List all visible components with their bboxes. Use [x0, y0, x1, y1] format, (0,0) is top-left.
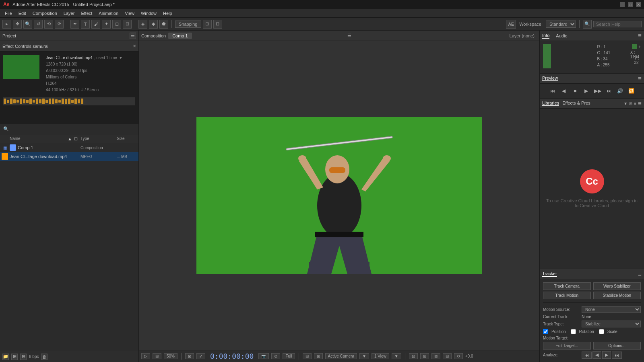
menu-animation[interactable]: Animation — [95, 10, 122, 16]
preview-last[interactable]: ⏭ — [605, 87, 613, 95]
analyze-next-end[interactable]: ⏭ — [612, 352, 622, 359]
options-button[interactable]: Options... — [593, 342, 641, 350]
track-motion-button[interactable]: Track Motion — [543, 292, 591, 299]
tab-libraries[interactable]: Libraries — [542, 101, 559, 106]
tracker-menu-icon[interactable]: ☰ — [638, 272, 642, 276]
vc-refresh[interactable]: ↺ — [454, 353, 463, 359]
vc-capture[interactable]: 📷 — [258, 353, 269, 359]
title-bar-controls[interactable]: — □ ✕ — [620, 2, 641, 7]
vc-snap2[interactable]: ⊟ — [443, 353, 452, 359]
libs-menu[interactable]: ☰ — [638, 101, 642, 106]
preview-first[interactable]: ⏮ — [549, 87, 557, 95]
menu-effect[interactable]: Effect — [78, 10, 95, 16]
dropdown-icon[interactable]: ▼ — [119, 55, 123, 61]
tool-shape[interactable]: ⬟ — [159, 20, 168, 29]
edit-target-button[interactable]: Edit Target... — [543, 342, 591, 350]
tool-move[interactable]: ✥ — [13, 20, 22, 29]
vc-views[interactable]: 1 View — [372, 353, 389, 359]
workspace-select[interactable]: Standard — [546, 21, 576, 28]
preview-audio[interactable]: 🔊 — [616, 87, 624, 95]
search-project-input[interactable] — [10, 127, 135, 132]
preview-loop[interactable]: 🔁 — [627, 87, 636, 95]
project-item-video[interactable]: Jean Cl...tage download.mp4 MPEG ... MB — [0, 152, 138, 161]
menu-view[interactable]: View — [122, 10, 138, 16]
tool-pin[interactable]: ◈ — [138, 20, 147, 29]
vc-draft[interactable]: ⊡ — [409, 353, 418, 359]
tool-snap-grid[interactable]: ⊞ — [203, 20, 212, 29]
tool-clone[interactable]: ✦ — [102, 20, 111, 29]
stabilize-motion-button[interactable]: Stabilize Motion — [593, 292, 641, 299]
tab-tracker[interactable]: Tracker — [542, 271, 557, 277]
tool-select[interactable]: ▸ — [2, 20, 11, 29]
vc-views-dropdown[interactable]: ▼ — [392, 353, 401, 359]
analyze-prev-end[interactable]: ⏮ — [582, 352, 592, 359]
tool-eraser[interactable]: ◻ — [112, 20, 121, 29]
trash-icon[interactable]: 🗑 — [41, 354, 47, 360]
tool-zoom[interactable]: 🔍 — [23, 20, 32, 29]
vc-camera[interactable]: Active Camera — [325, 353, 357, 359]
minimize-button[interactable]: — — [620, 2, 625, 7]
preview-prev-frame[interactable]: ◀ — [560, 87, 568, 95]
tool-brush[interactable]: 🖌 — [91, 20, 100, 29]
preview-play[interactable]: ▶ — [582, 87, 590, 95]
analyze-prev[interactable]: ◀ — [592, 351, 601, 359]
track-type-select[interactable]: Stabilize — [582, 321, 641, 327]
comp-menu-icon[interactable]: ☰ — [347, 33, 351, 38]
tab-info[interactable]: Info — [542, 33, 549, 39]
libs-list-view[interactable]: ≡ — [634, 101, 636, 106]
tool-undo[interactable]: ⟲ — [44, 20, 53, 29]
vc-zoom[interactable]: 50% — [164, 353, 178, 359]
maximize-button[interactable]: □ — [628, 2, 633, 7]
menu-help[interactable]: Help — [160, 10, 175, 16]
vc-motion-blur[interactable]: ⊙ — [271, 353, 280, 359]
vc-reset[interactable]: ▷ — [141, 353, 150, 359]
menu-file[interactable]: File — [2, 10, 15, 16]
motion-source-select[interactable]: None — [582, 306, 641, 313]
menu-edit[interactable]: Edit — [15, 10, 29, 16]
project-menu-icon[interactable]: ☰ — [130, 33, 136, 39]
sort-icon[interactable]: ▲ — [68, 136, 74, 141]
snapping-button[interactable]: Snapping — [175, 21, 201, 28]
warp-stabilizer-button[interactable]: Warp Stabilizer — [593, 282, 641, 290]
vc-transparency[interactable]: ⊟ — [303, 353, 312, 359]
tool-redo[interactable]: ⟳ — [55, 20, 64, 29]
libs-grid-view[interactable]: ⊞ — [629, 101, 632, 106]
new-folder-icon[interactable]: 📁 — [2, 354, 9, 360]
vc-snap[interactable]: ⊠ — [431, 353, 440, 359]
tool-snap-extra[interactable]: ⊟ — [213, 20, 222, 29]
effect-controls-close[interactable]: ✕ — [133, 44, 136, 48]
col-name-header[interactable]: Name — [8, 136, 68, 141]
preview-menu-icon[interactable]: ☰ — [638, 76, 642, 81]
track-camera-button[interactable]: Track Camera — [543, 282, 591, 290]
tool-roto[interactable]: ⊡ — [123, 20, 132, 29]
comp-tab[interactable]: Comp 1 — [168, 33, 192, 39]
preview-next-frame[interactable]: ▶▶ — [594, 87, 602, 95]
tool-search-icon[interactable]: 🔍 — [583, 20, 592, 29]
vc-3d[interactable]: ⊞ — [420, 353, 429, 359]
menu-layer[interactable]: Layer — [60, 10, 78, 16]
scale-checkbox[interactable] — [599, 329, 604, 334]
analyze-next[interactable]: ▶ — [602, 351, 611, 359]
search-help-input[interactable] — [593, 21, 642, 27]
new-comp-icon[interactable]: ⊞ — [11, 354, 18, 360]
menu-composition[interactable]: Composition — [29, 10, 60, 16]
tab-preview[interactable]: Preview — [542, 76, 558, 81]
vc-camera-dropdown[interactable]: ▼ — [359, 353, 369, 359]
vc-guides[interactable]: ⊞ — [314, 353, 323, 359]
project-item-comp1[interactable]: ▦ Comp 1 Composition — [0, 143, 138, 152]
vc-expand[interactable]: ⤢ — [196, 353, 205, 359]
tool-pen[interactable]: ✒ — [70, 20, 79, 29]
vc-grid[interactable]: ⊞ — [153, 353, 161, 359]
rotation-checkbox[interactable] — [571, 329, 576, 334]
close-button[interactable]: ✕ — [636, 2, 641, 7]
tool-text[interactable]: T — [81, 20, 90, 29]
vc-quality[interactable]: Full — [283, 353, 295, 359]
position-checkbox[interactable] — [543, 329, 548, 334]
preview-stop[interactable]: ■ — [571, 87, 579, 95]
new-item-icon[interactable]: ⊟ — [20, 354, 27, 360]
tab-effects[interactable]: Effects & Pres — [562, 101, 590, 106]
info-menu-icon[interactable]: ☰ — [638, 33, 642, 38]
tool-renderer[interactable]: AE — [506, 20, 516, 29]
tool-deform[interactable]: ◆ — [149, 20, 158, 29]
vc-fit[interactable]: ⊠ — [185, 353, 194, 359]
